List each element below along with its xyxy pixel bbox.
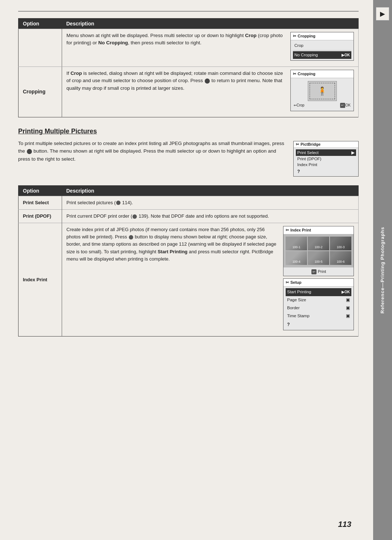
print-select-arrow: ▶: [351, 150, 355, 155]
cropping-table: Option Description ✂ Cropping: [18, 18, 359, 117]
table-row: ✂ Cropping Crop No Cropping ▶OK: [19, 29, 359, 67]
options-table: Option Description Print Select Print se…: [18, 185, 359, 337]
option-cell: [19, 29, 62, 67]
top-divider: [18, 11, 359, 12]
ref-icon-1: [116, 201, 121, 205]
ref-icon-2: [132, 214, 137, 219]
print-select-label: Print Select: [297, 150, 319, 155]
pictbridge-screen: ✂ PictBridge Print Select ▶ Print (DPOF)…: [293, 141, 359, 177]
cropping-option-cell: Cropping: [19, 67, 62, 117]
setup-body: Start Printing ▶OK Page Size ▣ Border: [283, 287, 354, 330]
border-item: Border ▣: [286, 304, 351, 312]
time-stamp-item: Time Stamp ▣: [286, 312, 351, 320]
setup-title: Setup: [290, 279, 302, 286]
index-print-bar: ↩ Print: [283, 267, 354, 276]
screen-item-crop: Crop: [293, 42, 351, 49]
crop-desc-text: If Crop is selected, dialog shown at rig…: [66, 70, 283, 91]
start-printing-ok: ▶OK: [342, 289, 350, 295]
print-dpof-option: Print (DPOF): [19, 210, 62, 223]
index-grid: 100-1 100-2 100-3 100-4 100-5 100-6: [283, 234, 354, 267]
page-size-label: Page Size: [287, 297, 306, 303]
setup-camera-icon: ✂: [286, 279, 289, 286]
pictbridge-body: Print Select ▶ Print (DPOF) Index Print …: [294, 148, 358, 176]
crop-footer: ⇐Crop ↩OK: [293, 102, 351, 108]
crop-left-label: ⇐Crop: [294, 102, 305, 108]
crop-dashed-border: [310, 83, 335, 99]
enter-button-icon: [205, 78, 210, 84]
page-size-icon: ▣: [346, 297, 350, 303]
camera-icon: ✂: [293, 33, 296, 39]
desc-text-1: Menu shown at right will be displayed. P…: [66, 33, 283, 45]
index-camera-icon: ✂: [286, 227, 289, 233]
thumb-5: 100-5: [308, 251, 329, 265]
print-select-item: Print Select ▶: [296, 149, 356, 156]
index-print-option: Index Print: [19, 223, 62, 337]
thumb-6: 100-6: [330, 251, 351, 265]
screen-item-nocrop: No Cropping ▶OK: [293, 51, 351, 59]
screen-title-bar: ✂ Cropping: [291, 32, 354, 40]
print-dpof-desc: Print current DPOF print order ( 139). N…: [62, 210, 359, 223]
index-screen-title: Index Print: [290, 227, 311, 233]
arrow-icon: ▶: [380, 10, 385, 18]
side-tab: ▶ Reference—Printing Photographs: [373, 0, 392, 540]
thumb-label-2: 100-2: [308, 245, 329, 250]
index-print-desc: ✂ Index Print 100-1 100-2 100-3 100-4 10…: [62, 223, 359, 337]
multi-section: To print multiple selected pictures or t…: [18, 140, 359, 177]
pictbridge-title-bar: ✂ PictBridge: [294, 141, 358, 148]
setup-screen: ✂ Setup Start Printing ▶OK Page: [283, 278, 354, 330]
pictbridge-title: PictBridge: [301, 142, 320, 146]
screen-title: Cropping: [298, 33, 315, 39]
thumb-label-5: 100-5: [308, 259, 329, 264]
section-heading: Printing Multiple Pictures: [18, 128, 359, 135]
cropping-screen-1: ✂ Cropping Crop No Cropping ▶OK: [290, 32, 354, 61]
side-tab-arrow: ▶: [376, 7, 389, 20]
index-print-title-bar: ✂ Index Print: [283, 226, 354, 234]
crop-figure: 🧍: [308, 81, 337, 101]
crop-right-label: ↩OK: [340, 102, 351, 108]
screen-title-bar-2: ✂ Cropping: [291, 70, 354, 78]
time-stamp-icon: ▣: [346, 313, 350, 319]
menu-icon-2: [129, 235, 133, 239]
index-print-screen: ✂ Index Print 100-1 100-2 100-3 100-4 10…: [283, 226, 354, 276]
option-header: Option: [19, 19, 62, 29]
cropping-screen-2: ✂ Cropping 🧍 ⇐Crop ↩OK: [290, 70, 354, 111]
page-size-item: Page Size ▣: [286, 296, 351, 304]
bottom-option-header: Option: [19, 185, 62, 196]
crop-screen-body: 🧍 ⇐Crop ↩OK: [291, 78, 354, 111]
start-printing-item: Start Printing ▶OK: [286, 288, 351, 296]
thumb-label-6: 100-6: [330, 259, 351, 264]
thumb-label-4: 100-4: [286, 259, 307, 264]
question-mark: ?: [296, 168, 356, 175]
no-cropping-label: No Cropping: [294, 52, 318, 58]
multi-text: To print multiple selected pictures or t…: [18, 140, 286, 177]
main-content: Option Description ✂ Cropping: [0, 0, 373, 540]
pictbridge-mockup: ✂ PictBridge Print Select ▶ Print (DPOF)…: [293, 141, 359, 177]
table-row: Index Print ✂ Index Print 10: [19, 223, 359, 337]
border-label: Border: [287, 305, 300, 311]
enter-icon-2: ↩: [311, 269, 317, 274]
time-stamp-label: Time Stamp: [287, 313, 310, 319]
setup-title-bar: ✂ Setup: [283, 279, 354, 287]
bottom-description-header: Description: [62, 185, 359, 196]
print-dpof-item: Print (DPOF): [296, 156, 356, 162]
ok-indicator: ▶OK: [342, 52, 350, 58]
index-screens: ✂ Index Print 100-1 100-2 100-3 100-4 10…: [283, 226, 354, 330]
setup-question-mark: ?: [286, 320, 351, 329]
thumb-label-1: 100-1: [286, 245, 307, 250]
thumb-label-3: 100-3: [330, 245, 351, 250]
page-number: 113: [338, 520, 351, 529]
description-header: Description: [62, 19, 359, 29]
border-icon: ▣: [346, 305, 350, 311]
camera-icon-2: ✂: [293, 71, 296, 77]
thumb-1: 100-1: [286, 237, 307, 250]
print-select-desc: Print selected pictures ( 114).: [62, 196, 359, 209]
table-row: Cropping ✂ Cropping 🧍: [19, 67, 359, 117]
side-tab-text: Reference—Printing Photographs: [380, 227, 386, 314]
thumb-3: 100-3: [330, 237, 351, 250]
menu-button-icon: [27, 149, 32, 154]
start-printing-label: Start Printing: [287, 289, 311, 295]
enter-print-icon: ↩: [311, 269, 317, 274]
enter-icon: ↩: [340, 103, 345, 108]
thumb-2: 100-2: [308, 237, 329, 250]
cropping-desc-cell: ✂ Cropping 🧍 ⇐Crop ↩OK: [62, 67, 359, 117]
